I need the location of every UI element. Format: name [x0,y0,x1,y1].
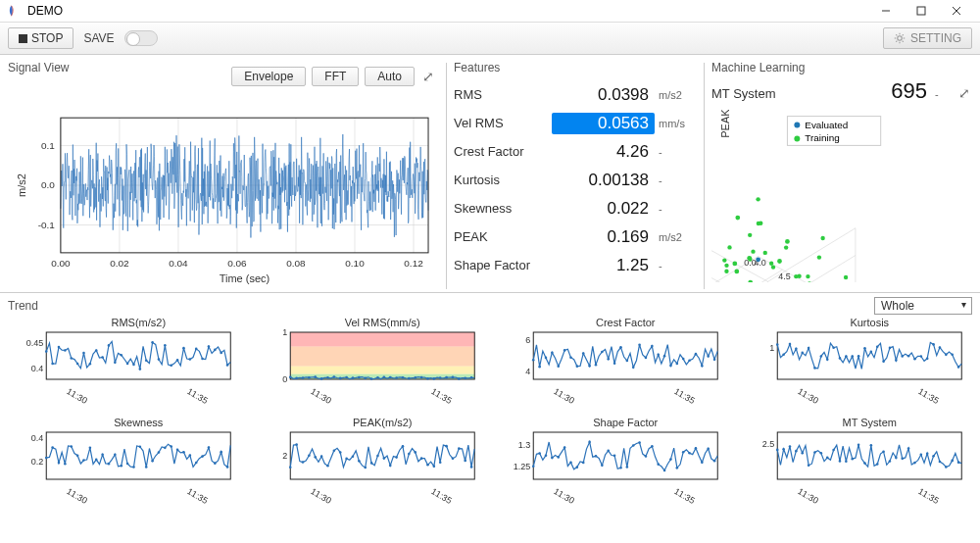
svg-point-368 [707,447,710,450]
svg-point-310 [326,465,329,468]
svg-point-363 [676,467,679,469]
svg-point-182 [414,376,416,379]
svg-point-236 [795,348,798,351]
svg-point-325 [419,457,422,460]
feature-row: RMS0.0398m/s2 [454,80,696,109]
svg-point-170 [338,377,341,380]
svg-point-376 [782,448,785,451]
svg-point-224 [695,353,698,356]
maximize-button[interactable] [904,0,939,22]
svg-text:Skewness: Skewness [114,417,164,428]
trend-select-value: Whole [881,299,914,313]
svg-point-163 [295,376,298,379]
expand-icon[interactable]: ⤢ [420,69,436,84]
svg-point-285 [145,466,148,469]
svg-point-323 [408,453,411,456]
save-toggle[interactable] [124,30,158,46]
svg-text:0.04: 0.04 [169,258,188,269]
svg-point-382 [819,452,822,455]
svg-point-380 [807,464,809,467]
svg-point-346 [569,461,572,464]
trend-mini-plot: Shape Factor1.251.311:3011:35 [495,417,729,513]
svg-point-270 [51,446,54,449]
svg-point-71 [732,262,737,267]
svg-rect-154 [290,367,474,374]
svg-point-131 [101,356,104,359]
svg-point-377 [788,445,791,448]
svg-point-146 [195,348,198,351]
window-title: DEMO [27,4,63,18]
settings-button[interactable]: SETTING [883,27,972,49]
svg-point-203 [564,349,566,352]
svg-point-313 [345,458,348,461]
svg-point-342 [545,454,548,457]
svg-point-295 [208,446,211,449]
svg-point-188 [451,376,454,379]
svg-point-340 [532,465,535,468]
envelope-button[interactable]: Envelope [231,67,306,86]
svg-text:0.0: 0.0 [41,179,55,190]
svg-text:0.4: 0.4 [31,433,44,443]
svg-point-308 [314,456,317,459]
minimize-button[interactable] [868,0,904,22]
svg-point-333 [469,466,472,469]
svg-line-9 [896,34,897,35]
feature-row: Kurtosis0.00138- [454,166,696,194]
close-button[interactable] [939,0,974,22]
svg-point-142 [170,364,172,367]
svg-point-292 [189,454,192,457]
auto-button[interactable]: Auto [365,67,415,86]
svg-point-242 [832,346,835,349]
svg-point-396 [906,447,909,450]
svg-point-171 [345,376,348,379]
svg-point-173 [358,376,361,379]
svg-point-198 [532,359,535,362]
svg-point-244 [845,355,848,358]
trend-mini-plot: Vel RMS(mm/s)0111:3011:35 [252,317,486,413]
svg-point-141 [164,344,167,347]
svg-text:Time (sec): Time (sec) [220,272,270,284]
feature-unit: mm/s [655,118,696,129]
svg-point-237 [801,352,804,355]
svg-text:0.12: 0.12 [404,258,423,269]
svg-point-253 [901,355,904,358]
trend-range-select[interactable]: Whole [874,297,972,315]
svg-point-390 [869,444,872,447]
svg-text:Evaluated: Evaluated [805,120,848,130]
fft-button[interactable]: FFT [312,67,359,86]
stop-button[interactable]: STOP [8,27,74,49]
svg-point-167 [319,377,322,380]
svg-point-344 [557,456,560,459]
svg-point-240 [819,355,822,358]
feature-value: 4.26 [552,142,655,162]
trend-title: Trend [8,299,38,313]
svg-point-189 [458,377,461,380]
svg-point-402 [945,466,948,469]
svg-point-355 [626,466,629,469]
feature-row: PEAK0.169m/s2 [454,222,696,251]
svg-point-211 [613,362,616,365]
svg-point-360 [657,463,660,466]
svg-point-138 [145,360,148,363]
svg-point-105 [844,275,848,279]
svg-point-312 [338,451,341,454]
toolbar: STOP SAVE SETTING [0,22,980,55]
svg-point-359 [651,445,654,448]
svg-point-126 [70,357,73,360]
expand-icon[interactable]: ⤢ [956,85,972,101]
svg-point-293 [195,462,198,465]
svg-text:11:30: 11:30 [552,486,576,506]
svg-point-276 [89,447,92,450]
feature-value: 0.0563 [552,113,655,134]
svg-point-294 [201,455,204,458]
svg-line-10 [903,41,904,42]
svg-point-394 [895,457,898,460]
svg-point-347 [576,466,579,469]
svg-point-223 [688,359,691,362]
svg-text:m/s2: m/s2 [16,173,27,197]
svg-point-212 [619,346,622,349]
svg-point-262 [956,366,959,369]
svg-rect-155 [290,346,474,366]
svg-point-136 [132,364,135,367]
svg-point-383 [825,457,828,460]
